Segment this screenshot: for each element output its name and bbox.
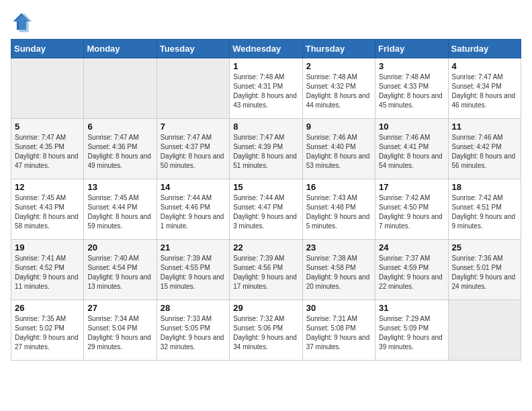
calendar-week-row: 19Sunrise: 7:41 AM Sunset: 4:52 PM Dayli… <box>11 240 521 300</box>
day-number: 22 <box>233 242 298 253</box>
calendar-cell: 26Sunrise: 7:35 AM Sunset: 5:02 PM Dayli… <box>11 300 84 361</box>
calendar-cell: 27Sunrise: 7:34 AM Sunset: 5:04 PM Dayli… <box>84 300 157 361</box>
day-number: 15 <box>233 182 298 192</box>
day-info: Sunrise: 7:41 AM Sunset: 4:52 PM Dayligh… <box>15 254 80 291</box>
page-header <box>11 11 521 32</box>
calendar-cell: 19Sunrise: 7:41 AM Sunset: 4:52 PM Dayli… <box>11 240 84 300</box>
calendar-header-row: SundayMondayTuesdayWednesdayThursdayFrid… <box>11 40 521 58</box>
day-number: 17 <box>379 182 444 192</box>
day-info: Sunrise: 7:46 AM Sunset: 4:41 PM Dayligh… <box>379 133 444 171</box>
calendar-cell: 16Sunrise: 7:43 AM Sunset: 4:48 PM Dayli… <box>302 179 375 240</box>
day-info: Sunrise: 7:42 AM Sunset: 4:50 PM Dayligh… <box>379 193 444 231</box>
day-info: Sunrise: 7:40 AM Sunset: 4:54 PM Dayligh… <box>87 254 152 291</box>
day-number: 19 <box>15 242 80 253</box>
calendar-week-row: 12Sunrise: 7:45 AM Sunset: 4:43 PM Dayli… <box>11 179 521 240</box>
day-number: 21 <box>161 242 226 253</box>
calendar-cell: 1Sunrise: 7:48 AM Sunset: 4:31 PM Daylig… <box>230 58 302 119</box>
calendar-cell <box>84 58 157 119</box>
calendar-cell: 15Sunrise: 7:44 AM Sunset: 4:47 PM Dayli… <box>230 179 302 240</box>
day-info: Sunrise: 7:29 AM Sunset: 5:09 PM Dayligh… <box>379 314 444 352</box>
day-number: 16 <box>306 182 371 192</box>
calendar-cell: 10Sunrise: 7:46 AM Sunset: 4:41 PM Dayli… <box>375 119 448 179</box>
calendar-cell: 4Sunrise: 7:47 AM Sunset: 4:34 PM Daylig… <box>448 58 521 119</box>
calendar-cell: 5Sunrise: 7:47 AM Sunset: 4:35 PM Daylig… <box>11 119 84 179</box>
day-number: 12 <box>15 182 80 192</box>
day-number: 2 <box>306 61 371 71</box>
day-info: Sunrise: 7:47 AM Sunset: 4:35 PM Dayligh… <box>15 133 80 171</box>
day-info: Sunrise: 7:44 AM Sunset: 4:46 PM Dayligh… <box>161 193 226 231</box>
day-info: Sunrise: 7:47 AM Sunset: 4:34 PM Dayligh… <box>452 73 517 110</box>
day-info: Sunrise: 7:38 AM Sunset: 4:58 PM Dayligh… <box>306 254 371 291</box>
day-info: Sunrise: 7:43 AM Sunset: 4:48 PM Dayligh… <box>306 193 371 231</box>
day-number: 26 <box>15 303 80 313</box>
day-number: 13 <box>87 182 152 192</box>
day-info: Sunrise: 7:47 AM Sunset: 4:37 PM Dayligh… <box>161 133 226 171</box>
column-header-monday: Monday <box>84 40 157 58</box>
day-info: Sunrise: 7:46 AM Sunset: 4:42 PM Dayligh… <box>452 133 517 171</box>
calendar-cell: 24Sunrise: 7:37 AM Sunset: 4:59 PM Dayli… <box>375 240 448 300</box>
day-info: Sunrise: 7:36 AM Sunset: 5:01 PM Dayligh… <box>452 254 517 291</box>
column-header-tuesday: Tuesday <box>157 40 229 58</box>
column-header-saturday: Saturday <box>448 40 521 58</box>
calendar-cell <box>157 58 229 119</box>
day-info: Sunrise: 7:47 AM Sunset: 4:36 PM Dayligh… <box>87 133 152 171</box>
day-number: 14 <box>161 182 226 192</box>
calendar-cell: 29Sunrise: 7:32 AM Sunset: 5:06 PM Dayli… <box>230 300 302 361</box>
calendar-cell: 31Sunrise: 7:29 AM Sunset: 5:09 PM Dayli… <box>375 300 448 361</box>
day-info: Sunrise: 7:32 AM Sunset: 5:06 PM Dayligh… <box>233 314 298 352</box>
calendar-cell: 6Sunrise: 7:47 AM Sunset: 4:36 PM Daylig… <box>84 119 157 179</box>
day-info: Sunrise: 7:35 AM Sunset: 5:02 PM Dayligh… <box>15 314 80 352</box>
day-number: 31 <box>379 303 444 313</box>
day-info: Sunrise: 7:47 AM Sunset: 4:39 PM Dayligh… <box>233 133 298 171</box>
day-number: 28 <box>161 303 226 313</box>
day-number: 20 <box>87 242 152 253</box>
calendar-cell: 30Sunrise: 7:31 AM Sunset: 5:08 PM Dayli… <box>302 300 375 361</box>
day-number: 23 <box>306 242 371 253</box>
calendar-week-row: 26Sunrise: 7:35 AM Sunset: 5:02 PM Dayli… <box>11 300 521 361</box>
day-info: Sunrise: 7:39 AM Sunset: 4:55 PM Dayligh… <box>161 254 226 291</box>
calendar-cell: 25Sunrise: 7:36 AM Sunset: 5:01 PM Dayli… <box>448 240 521 300</box>
column-header-thursday: Thursday <box>302 40 375 58</box>
day-info: Sunrise: 7:37 AM Sunset: 4:59 PM Dayligh… <box>379 254 444 291</box>
calendar-cell: 21Sunrise: 7:39 AM Sunset: 4:55 PM Dayli… <box>157 240 229 300</box>
calendar-cell: 8Sunrise: 7:47 AM Sunset: 4:39 PM Daylig… <box>230 119 302 179</box>
calendar-cell <box>448 300 521 361</box>
day-info: Sunrise: 7:48 AM Sunset: 4:33 PM Dayligh… <box>379 73 444 110</box>
calendar-cell: 3Sunrise: 7:48 AM Sunset: 4:33 PM Daylig… <box>375 58 448 119</box>
day-info: Sunrise: 7:44 AM Sunset: 4:47 PM Dayligh… <box>233 193 298 231</box>
day-info: Sunrise: 7:45 AM Sunset: 4:44 PM Dayligh… <box>87 193 152 231</box>
day-number: 18 <box>452 182 517 192</box>
calendar-cell: 28Sunrise: 7:33 AM Sunset: 5:05 PM Dayli… <box>157 300 229 361</box>
calendar-cell: 20Sunrise: 7:40 AM Sunset: 4:54 PM Dayli… <box>84 240 157 300</box>
day-number: 6 <box>87 122 152 132</box>
column-header-wednesday: Wednesday <box>230 40 302 58</box>
day-number: 4 <box>452 61 517 71</box>
day-number: 30 <box>306 303 371 313</box>
day-number: 9 <box>306 122 371 132</box>
calendar-cell: 7Sunrise: 7:47 AM Sunset: 4:37 PM Daylig… <box>157 119 229 179</box>
day-info: Sunrise: 7:46 AM Sunset: 4:40 PM Dayligh… <box>306 133 371 171</box>
day-info: Sunrise: 7:42 AM Sunset: 4:51 PM Dayligh… <box>452 193 517 231</box>
logo <box>11 11 35 32</box>
day-number: 11 <box>452 122 517 132</box>
column-header-sunday: Sunday <box>11 40 84 58</box>
calendar-cell <box>11 58 84 119</box>
day-number: 27 <box>87 303 152 313</box>
logo-icon <box>11 11 32 32</box>
day-info: Sunrise: 7:48 AM Sunset: 4:31 PM Dayligh… <box>233 73 298 110</box>
day-number: 3 <box>379 61 444 71</box>
calendar-cell: 14Sunrise: 7:44 AM Sunset: 4:46 PM Dayli… <box>157 179 229 240</box>
day-number: 5 <box>15 122 80 132</box>
day-info: Sunrise: 7:48 AM Sunset: 4:32 PM Dayligh… <box>306 73 371 110</box>
calendar-table: SundayMondayTuesdayWednesdayThursdayFrid… <box>11 39 521 361</box>
column-header-friday: Friday <box>375 40 448 58</box>
day-info: Sunrise: 7:45 AM Sunset: 4:43 PM Dayligh… <box>15 193 80 231</box>
calendar-cell: 17Sunrise: 7:42 AM Sunset: 4:50 PM Dayli… <box>375 179 448 240</box>
calendar-cell: 13Sunrise: 7:45 AM Sunset: 4:44 PM Dayli… <box>84 179 157 240</box>
calendar-cell: 2Sunrise: 7:48 AM Sunset: 4:32 PM Daylig… <box>302 58 375 119</box>
day-number: 7 <box>161 122 226 132</box>
calendar-week-row: 5Sunrise: 7:47 AM Sunset: 4:35 PM Daylig… <box>11 119 521 179</box>
calendar-cell: 12Sunrise: 7:45 AM Sunset: 4:43 PM Dayli… <box>11 179 84 240</box>
calendar-cell: 18Sunrise: 7:42 AM Sunset: 4:51 PM Dayli… <box>448 179 521 240</box>
day-info: Sunrise: 7:33 AM Sunset: 5:05 PM Dayligh… <box>161 314 226 352</box>
